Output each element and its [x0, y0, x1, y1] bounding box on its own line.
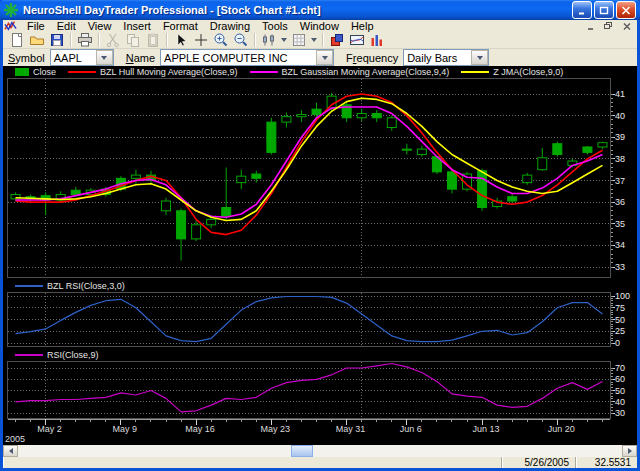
- title-bar[interactable]: NeuroShell DayTrader Professional - [Sto…: [0, 0, 640, 20]
- maximize-button[interactable]: [594, 1, 614, 19]
- legend-swatch-line: [461, 71, 489, 73]
- symbol-dropdown-icon[interactable]: [96, 50, 113, 65]
- strategy-wizard-icon: [369, 32, 385, 48]
- name-dropdown-icon[interactable]: [316, 50, 333, 65]
- menu-edit[interactable]: Edit: [51, 20, 82, 32]
- menu-drawing[interactable]: Drawing: [204, 20, 256, 32]
- svg-text:34: 34: [615, 240, 625, 250]
- legend-label: BZL Gaussian Moving Average(Close,9,4): [282, 67, 450, 77]
- svg-text:75: 75: [615, 303, 625, 313]
- menu-file[interactable]: File: [21, 20, 51, 32]
- pointer-button[interactable]: [171, 32, 191, 48]
- menu-format[interactable]: Format: [157, 20, 204, 32]
- status-bar: 5/26/2005 32.5531: [3, 457, 637, 468]
- toolbar-separator: [98, 33, 100, 47]
- svg-text:100: 100: [615, 292, 630, 301]
- minimize-button[interactable]: [572, 1, 592, 19]
- indicator-wizard-button[interactable]: [347, 32, 367, 48]
- crosshair-button[interactable]: [191, 32, 211, 48]
- price-chart-plot[interactable]: 333435363738394041: [3, 78, 637, 278]
- frequency-value: Daily Bars: [404, 52, 471, 64]
- toolbar: [3, 32, 637, 49]
- zoom-in-button[interactable]: [211, 32, 231, 48]
- rsi-fast-plot[interactable]: 0255075100: [3, 292, 637, 347]
- bar-type-icon: [261, 32, 277, 48]
- price-chart-legend: CloseBZL Hull Moving Average(Close,9)BZL…: [3, 66, 637, 78]
- open-button[interactable]: [27, 32, 47, 48]
- legend-swatch-box: [15, 68, 29, 76]
- zoom-out-button[interactable]: [231, 32, 251, 48]
- legend-item: BZL RSI(Close,3,0): [15, 281, 125, 291]
- grid-options-dropdown-icon[interactable]: [309, 32, 319, 48]
- toolbar-separator: [254, 33, 256, 47]
- menu-help[interactable]: Help: [345, 20, 380, 32]
- legend-swatch-line: [68, 71, 96, 73]
- svg-text:40: 40: [615, 111, 625, 121]
- menu-bar: FileEditViewInsertFormatDrawingToolsWind…: [3, 20, 637, 32]
- year-label: 2005: [5, 434, 25, 444]
- chart-wizard-button[interactable]: [327, 32, 347, 48]
- menu-tools[interactable]: Tools: [256, 20, 294, 32]
- svg-text:50: 50: [615, 386, 625, 396]
- indicator-wizard-icon: [349, 32, 365, 48]
- svg-text:60: 60: [615, 374, 625, 384]
- legend-swatch-line: [15, 354, 43, 356]
- scroll-left-button[interactable]: [3, 445, 18, 457]
- new-icon: [9, 32, 25, 48]
- svg-text:41: 41: [615, 89, 625, 99]
- strategy-wizard-button[interactable]: [367, 32, 387, 48]
- scroll-right-button[interactable]: [622, 445, 637, 457]
- status-cursor-value: 32.5531: [575, 457, 637, 468]
- legend-item: BZL Hull Moving Average(Close,9): [68, 67, 238, 77]
- cut-icon: [105, 32, 121, 48]
- mdi-restore-button[interactable]: [600, 20, 617, 33]
- toolbar-separator: [166, 33, 168, 47]
- mdi-minimize-button[interactable]: [582, 20, 599, 33]
- svg-text:May 9: May 9: [113, 424, 138, 434]
- mdi-close-button[interactable]: [618, 20, 635, 33]
- svg-text:May 23: May 23: [261, 424, 291, 434]
- mdi-close-icon: [623, 23, 631, 30]
- frequency-dropdown-icon[interactable]: [471, 50, 488, 65]
- horizontal-scrollbar[interactable]: [3, 445, 637, 457]
- status-message: [3, 457, 501, 468]
- close-button[interactable]: [616, 1, 636, 19]
- frequency-label: Frequency: [346, 52, 398, 64]
- name-combobox[interactable]: APPLE COMPUTER INC: [160, 49, 334, 66]
- open-icon: [29, 32, 45, 48]
- bar-type-button[interactable]: [259, 32, 279, 48]
- symbol-bar: Symbol AAPL Name APPLE COMPUTER INC Freq…: [3, 49, 637, 66]
- legend-item: Z JMA(Close,9,0): [461, 67, 563, 77]
- menu-view[interactable]: View: [82, 20, 118, 32]
- print-button[interactable]: [75, 32, 95, 48]
- svg-text:May 16: May 16: [185, 424, 215, 434]
- svg-text:May 31: May 31: [336, 424, 366, 434]
- name-value: APPLE COMPUTER INC: [161, 52, 316, 64]
- symbol-combobox[interactable]: AAPL: [50, 49, 114, 66]
- svg-text:36: 36: [615, 197, 625, 207]
- scroll-left-icon: [9, 448, 13, 454]
- bar-type-dropdown-icon[interactable]: [279, 32, 289, 48]
- svg-text:70: 70: [615, 363, 625, 373]
- frequency-combobox[interactable]: Daily Bars: [403, 49, 489, 66]
- symbol-value: AAPL: [51, 52, 96, 64]
- pointer-icon: [173, 32, 189, 48]
- svg-text:40: 40: [615, 397, 625, 407]
- menu-items: FileEditViewInsertFormatDrawingToolsWind…: [21, 20, 380, 32]
- save-button[interactable]: [47, 32, 67, 48]
- chart-area: CloseBZL Hull Moving Average(Close,9)BZL…: [3, 66, 637, 445]
- toolbar-separator: [70, 33, 72, 47]
- legend-label: Close: [33, 67, 56, 77]
- scrollbar-thumb[interactable]: [291, 445, 313, 457]
- svg-text:39: 39: [615, 132, 625, 142]
- svg-text:33: 33: [615, 262, 625, 272]
- grid-options-button[interactable]: [289, 32, 309, 48]
- zoom-in-icon: [213, 32, 229, 48]
- svg-text:30: 30: [615, 408, 625, 418]
- menu-window[interactable]: Window: [294, 20, 345, 32]
- menu-insert[interactable]: Insert: [117, 20, 157, 32]
- new-button[interactable]: [7, 32, 27, 48]
- rsi-slow-plot[interactable]: 3040506070: [3, 361, 637, 419]
- legend-swatch-line: [15, 285, 43, 287]
- svg-text:Jun 20: Jun 20: [548, 424, 575, 434]
